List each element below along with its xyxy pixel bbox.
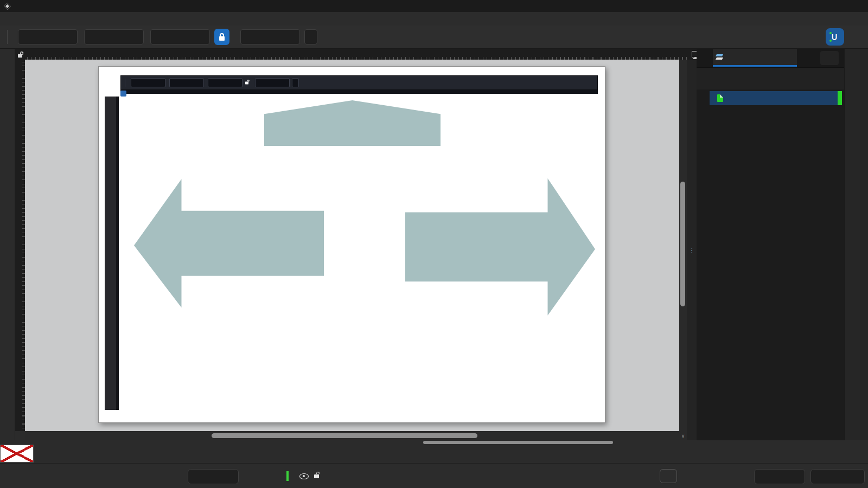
vertical-scrollbar[interactable] <box>679 60 687 431</box>
tab-layers-objects[interactable] <box>713 49 797 67</box>
inkscape-window: ⊃ <box>0 0 868 488</box>
embedded-height-field <box>255 78 290 87</box>
layer-highlight-bar <box>838 91 842 105</box>
panel-tab-bar <box>697 49 844 68</box>
embedded-selected-tool-swatch <box>120 91 126 97</box>
x-field[interactable] <box>18 29 78 44</box>
embedded-toolbar-image[interactable] <box>120 75 598 90</box>
menu-bar <box>0 12 868 26</box>
horizontal-scrollbar-thumb[interactable] <box>212 433 477 438</box>
palette-row <box>34 454 825 463</box>
separator <box>125 79 125 87</box>
window-controls <box>795 0 860 12</box>
layer-row[interactable] <box>710 91 842 105</box>
panel-menu-button[interactable] <box>820 51 839 65</box>
width-field[interactable] <box>150 29 210 44</box>
embedded-toolbox-image[interactable] <box>105 97 119 410</box>
rotation-control <box>807 469 865 484</box>
minimize-button[interactable] <box>795 0 817 12</box>
rotation-field[interactable] <box>810 469 865 484</box>
toolbox <box>0 49 15 440</box>
maximize-button[interactable] <box>817 0 839 12</box>
lock-icon <box>219 36 225 41</box>
pointer-coordinates <box>712 467 740 485</box>
layer-lock-icon[interactable] <box>314 474 319 478</box>
vertical-ruler[interactable] <box>15 60 25 431</box>
opacity-control <box>184 469 239 484</box>
snap-toggle-button[interactable]: ⊃ <box>826 28 844 46</box>
opacity-field[interactable] <box>188 469 239 484</box>
layer-indicator <box>286 469 319 483</box>
palette-controls <box>827 446 866 462</box>
unit-selector[interactable] <box>304 29 317 44</box>
palette-row <box>34 445 825 453</box>
palette-scrollbar-thumb[interactable] <box>423 441 613 444</box>
command-bar <box>844 49 868 440</box>
no-color-swatch[interactable] <box>0 445 34 463</box>
vertical-scrollbar-thumb[interactable] <box>680 182 685 306</box>
inkscape-logo-icon <box>4 3 11 10</box>
toolbar-collapse-button[interactable] <box>851 30 863 44</box>
dock-resize-handle[interactable]: ⋮ <box>687 60 697 440</box>
layer-document-icon <box>717 94 723 102</box>
zoom-field[interactable] <box>754 469 805 484</box>
canvas[interactable] <box>25 60 679 431</box>
horizontal-scrollbar[interactable] <box>25 431 679 440</box>
layers-icon <box>716 54 724 60</box>
lock-ratio-button[interactable] <box>214 29 229 45</box>
layer-visibility-icon[interactable] <box>299 473 309 479</box>
height-field[interactable] <box>240 29 300 44</box>
embedded-x-field <box>131 78 165 87</box>
layers-panel <box>697 49 844 440</box>
y-field[interactable] <box>84 29 144 44</box>
guide-lock-icon <box>18 54 22 57</box>
snap-dot <box>829 40 832 42</box>
layer-color-bar <box>286 471 289 481</box>
embedded-y-field <box>169 78 204 87</box>
layers-toolbar <box>697 68 844 89</box>
status-nav <box>655 469 681 483</box>
context-toolbar: ⊃ <box>0 25 868 49</box>
palette-scrollbar[interactable] <box>0 440 868 445</box>
status-dropdown-button[interactable] <box>660 469 677 483</box>
embedded-unit-selector <box>292 78 299 87</box>
embedded-width-field <box>208 78 242 87</box>
title-bar <box>0 0 868 12</box>
color-palette <box>0 445 868 463</box>
separator <box>7 30 8 44</box>
scrollbar-corner[interactable]: ∨ <box>679 431 687 440</box>
lock-open-icon <box>245 81 248 84</box>
close-button[interactable] <box>839 0 860 12</box>
snap-dot <box>829 32 832 34</box>
status-bar <box>0 463 868 488</box>
zoom-control <box>751 469 805 484</box>
horizontal-ruler[interactable] <box>25 49 687 60</box>
ruler-lock-corner[interactable] <box>15 49 25 60</box>
embedded-toolbar-shadow <box>120 90 598 94</box>
